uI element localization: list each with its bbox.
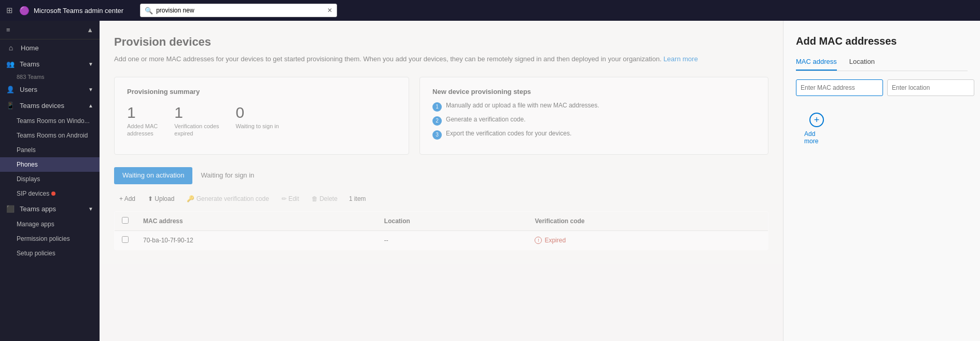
sidebar-sub-item-label: Teams Rooms on Windo... — [17, 117, 90, 125]
tab-waiting-activation[interactable]: Waiting on activation — [114, 167, 192, 184]
mac-address-col-header: MAC address — [136, 211, 377, 230]
sidebar-sub-item-displays[interactable]: Displays — [0, 172, 100, 186]
sip-notification-badge — [51, 192, 55, 196]
sidebar-sub-item-label: Panels — [17, 146, 36, 154]
sidebar-item-label: Home — [21, 44, 39, 52]
sidebar-sub-item-setup-policies[interactable]: Setup policies — [0, 246, 100, 261]
stat-waiting-signin: 0 Waiting to sign in — [236, 104, 279, 138]
stat-label: Verification codesexpired — [174, 122, 219, 138]
step-text: Generate a verification code. — [446, 116, 525, 123]
row-checkbox[interactable] — [122, 236, 129, 243]
stat-label: Waiting to sign in — [236, 122, 279, 130]
panel-tabs: MAC address Location — [796, 58, 968, 71]
expired-label: Expired — [544, 237, 566, 244]
sidebar-sub-item-teams-rooms-windows[interactable]: Teams Rooms on Windo... — [0, 114, 100, 128]
checkbox-col-header — [115, 211, 136, 230]
stat-num: 0 — [236, 104, 279, 121]
mac-address-input[interactable] — [796, 79, 883, 96]
plus-circle-icon: + — [809, 113, 824, 127]
location-cell: -- — [377, 230, 528, 250]
sidebar-item-label: Users — [20, 86, 37, 93]
summary-card-title: Provisioning summary — [127, 88, 396, 96]
users-icon: 👤 — [6, 86, 15, 93]
panel-tab-location[interactable]: Location — [849, 58, 875, 71]
devices-icon: 📱 — [6, 102, 15, 110]
panel-tab-mac-address[interactable]: MAC address — [796, 58, 837, 71]
sidebar-item-home[interactable]: ⌂ Home — [0, 39, 100, 56]
step-2: 2 Generate a verification code. — [432, 116, 755, 126]
select-all-checkbox[interactable] — [122, 217, 129, 224]
sidebar-item-label: Teams apps — [20, 205, 56, 213]
sidebar: ≡ ▲ ⌂ Home 👥 Teams ▼ 883 Teams 👤 Users ▼… — [0, 21, 100, 341]
chevron-down-icon: ▼ — [88, 61, 93, 67]
content-area: Provision devices Add one or more MAC ad… — [100, 21, 783, 341]
upload-button[interactable]: ⬆ Upload — [143, 193, 179, 205]
side-panel-title: Add MAC addresses — [796, 35, 968, 47]
tab-waiting-signin[interactable]: Waiting for sign in — [192, 167, 262, 184]
generate-verification-code-button[interactable]: 🔑 Generate verification code — [181, 193, 274, 205]
step-1: 1 Manually add or upload a file with new… — [432, 102, 755, 112]
step-number: 1 — [432, 102, 442, 112]
chevron-up-icon: ▲ — [88, 103, 93, 108]
side-panel: Add MAC addresses MAC address Location +… — [783, 21, 980, 341]
mac-addresses-table: MAC address Location Verification code 7… — [114, 211, 768, 250]
grid-icon: ⊞ — [6, 6, 13, 15]
new-device-steps-card: New device provisioning steps 1 Manually… — [419, 77, 768, 155]
chevron-down-icon: ▼ — [88, 87, 93, 92]
teams-icon: 👥 — [6, 60, 15, 68]
step-text: Manually add or upload a file with new M… — [446, 102, 599, 109]
scroll-up-icon: ▲ — [87, 26, 93, 34]
sidebar-sub-item-label: Permission policies — [17, 235, 70, 242]
sidebar-sub-item-panels[interactable]: Panels — [0, 143, 100, 157]
apps-icon: ⬛ — [6, 205, 15, 213]
add-button[interactable]: + Add — [114, 193, 141, 205]
add-more-button[interactable]: + Add more — [796, 104, 837, 153]
step-number: 2 — [432, 116, 442, 126]
stat-added-mac: 1 Added MACaddresses — [127, 104, 158, 138]
sidebar-item-label: Teams — [20, 60, 39, 68]
sidebar-item-teams-apps[interactable]: ⬛ Teams apps ▼ — [0, 201, 100, 217]
sidebar-sub-item-sip-devices[interactable]: SIP devices — [0, 186, 100, 201]
sidebar-sub-item-manage-apps[interactable]: Manage apps — [0, 217, 100, 231]
main-content: Provision devices Add one or more MAC ad… — [100, 21, 980, 341]
sidebar-sub-item-label: Displays — [17, 175, 40, 183]
provisioning-summary-card: Provisioning summary 1 Added MACaddresse… — [114, 77, 409, 155]
add-more-label: Add more — [804, 130, 829, 145]
page-title: Provision devices — [114, 35, 768, 49]
search-clear-icon[interactable]: ✕ — [327, 7, 332, 14]
collapse-icon: ≡ — [6, 26, 10, 34]
sidebar-item-teams[interactable]: 👥 Teams ▼ — [0, 56, 100, 72]
item-count: 1 item — [349, 195, 366, 202]
delete-button[interactable]: 🗑 Delete — [306, 193, 343, 205]
sidebar-sub-item-permission-policies[interactable]: Permission policies — [0, 231, 100, 246]
summary-stats: 1 Added MACaddresses 1 Verification code… — [127, 104, 396, 138]
steps-card-title: New device provisioning steps — [432, 88, 755, 96]
home-icon: ⌂ — [6, 44, 16, 52]
location-input[interactable] — [887, 79, 974, 96]
sidebar-item-users[interactable]: 👤 Users ▼ — [0, 81, 100, 98]
sidebar-sub-item-label: Teams Rooms on Android — [17, 132, 88, 139]
stat-label: Added MACaddresses — [127, 122, 158, 138]
sidebar-item-label: Teams devices — [20, 102, 64, 110]
chevron-down-icon: ▼ — [88, 206, 93, 212]
expired-badge: ! Expired — [535, 237, 761, 244]
search-input[interactable] — [156, 7, 324, 14]
search-bar: 🔍 ✕ — [140, 4, 337, 17]
stat-verification-codes: 1 Verification codesexpired — [174, 104, 219, 138]
verification-code-cell: ! Expired — [527, 230, 768, 250]
learn-more-link[interactable]: Learn more — [663, 55, 697, 63]
sidebar-sub-item-phones[interactable]: Phones — [0, 157, 100, 172]
table-row: 70-ba-10-7f-90-12 -- ! Expired — [115, 230, 768, 250]
edit-button[interactable]: ✏ Edit — [276, 193, 304, 205]
sidebar-collapse-button[interactable]: ≡ ▲ — [0, 21, 100, 39]
verification-code-col-header: Verification code — [527, 211, 768, 230]
teams-logo-icon: 🟣 — [19, 6, 30, 16]
sidebar-sub-item-teams-rooms-android[interactable]: Teams Rooms on Android — [0, 128, 100, 143]
summary-row: Provisioning summary 1 Added MACaddresse… — [114, 77, 768, 155]
mac-address-cell: 70-ba-10-7f-90-12 — [136, 230, 377, 250]
tab-bar: Waiting on activation Waiting for sign i… — [114, 167, 768, 184]
step-text: Export the verification codes for your d… — [446, 130, 571, 137]
expired-icon: ! — [535, 237, 542, 244]
sidebar-item-teams-devices[interactable]: 📱 Teams devices ▲ — [0, 98, 100, 114]
page-description: Add one or more MAC addresses for your d… — [114, 54, 768, 64]
